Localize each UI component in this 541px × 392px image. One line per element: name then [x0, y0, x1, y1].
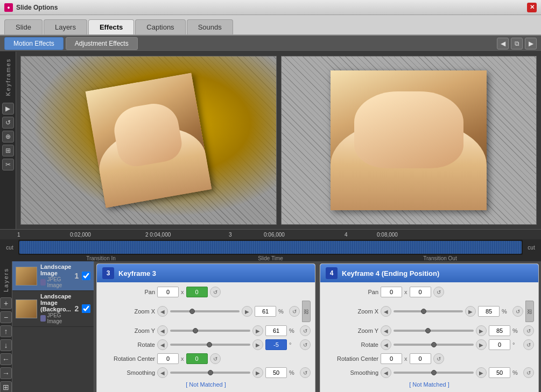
remove-layer-button[interactable]: −: [0, 311, 12, 323]
keyframe-panel-3: 3 Keyframe 3 Pan x ↺ Zoom X ◀ ▶ % ↺ ⛓: [96, 263, 315, 392]
kf3-rotcenter-reset[interactable]: ↺: [210, 353, 221, 364]
kf3-pan-y[interactable]: [186, 287, 208, 297]
move-right-button[interactable]: →: [0, 367, 12, 379]
timeline-marker-1: 1: [17, 232, 20, 238]
kf3-smooth-value[interactable]: [265, 367, 287, 378]
keyframes-label: Keyframes: [5, 54, 11, 101]
kf4-rotcenter-reset[interactable]: ↺: [433, 353, 444, 364]
kf3-zoomy-reset[interactable]: ↺: [300, 325, 311, 336]
cut-right: cut: [524, 245, 539, 251]
copy-nav-button[interactable]: ⧉: [511, 38, 523, 49]
add-layer-button[interactable]: +: [0, 297, 12, 309]
layer-item-2[interactable]: Landscape Image (Backgro... JPEG Image 2: [12, 291, 94, 327]
fit-button[interactable]: ⊞: [2, 145, 14, 156]
kf4-smooth-value[interactable]: [489, 367, 510, 378]
kf3-pan-x[interactable]: [157, 287, 179, 297]
kf4-rotcenter-y[interactable]: [410, 353, 431, 364]
tab-motion-effects[interactable]: Motion Effects: [4, 37, 64, 50]
kf3-zoomy-slider[interactable]: [170, 330, 250, 332]
kf3-rotate-value[interactable]: [265, 339, 287, 350]
move-left-button[interactable]: ←: [0, 353, 12, 365]
kf3-zoomx-right[interactable]: ▶: [242, 306, 252, 317]
kf4-smooth-left[interactable]: ◀: [381, 367, 391, 378]
play-button[interactable]: ▶: [2, 103, 14, 115]
kf3-rotate-right[interactable]: ▶: [252, 339, 263, 350]
kf3-zoom-link[interactable]: ⛓: [302, 301, 311, 322]
layer-thumb-1: [16, 267, 37, 286]
kf4-zoomy-left[interactable]: ◀: [381, 325, 391, 336]
kf4-zoomy-slider[interactable]: [394, 330, 474, 332]
kf3-zoomy-right[interactable]: ▶: [252, 325, 263, 336]
cut-button[interactable]: ✂: [2, 159, 14, 170]
kf4-zoomx-left[interactable]: ◀: [381, 306, 391, 317]
loop-button[interactable]: ↺: [2, 117, 14, 129]
tab-sounds[interactable]: Sounds: [187, 19, 233, 34]
tab-adjustment-effects[interactable]: Adjustment Effects: [66, 37, 138, 50]
kf3-zoomx-value[interactable]: [255, 306, 276, 317]
layer-item-1[interactable]: Landscape Image JPEG Image 1: [12, 261, 94, 291]
kf4-pan-y[interactable]: [410, 287, 431, 297]
zoom-button[interactable]: ⊕: [2, 131, 14, 142]
kf4-title: Keyframe 4 (Ending Position): [342, 269, 439, 277]
kf3-rotate-slider[interactable]: [170, 344, 250, 346]
slide-time-label: Slide Time: [186, 255, 355, 261]
move-down-button[interactable]: ↓: [0, 339, 12, 351]
layer-name-2: Landscape Image (Backgro...: [40, 293, 71, 312]
kf4-zoomx-right[interactable]: ▶: [465, 306, 476, 317]
kf4-smooth-right[interactable]: ▶: [476, 367, 487, 378]
kf3-rotate-left[interactable]: ◀: [157, 339, 168, 350]
layers-list: Landscape Image JPEG Image 1 Landscape I…: [12, 261, 94, 392]
kf4-rotate-slider[interactable]: [394, 344, 474, 346]
close-button[interactable]: ✕: [527, 3, 537, 12]
kf4-zoomy-right[interactable]: ▶: [476, 325, 487, 336]
move-up-button[interactable]: ↑: [0, 325, 12, 337]
kf4-rotate-left[interactable]: ◀: [381, 339, 391, 350]
tab-captions[interactable]: Captions: [135, 19, 185, 34]
kf4-zoomx-reset[interactable]: ↺: [512, 306, 523, 317]
timeline-marker-4: 3: [229, 232, 232, 238]
kf4-smooth-slider[interactable]: [394, 372, 474, 374]
kf3-pan-row: Pan x ↺: [101, 287, 311, 297]
kf3-smooth-reset[interactable]: ↺: [300, 367, 311, 378]
kf4-pan-x[interactable]: [381, 287, 402, 297]
kf4-zoomy-value[interactable]: [489, 325, 510, 336]
prev-nav-button[interactable]: ◀: [497, 38, 509, 49]
preview-area: [16, 52, 541, 229]
kf3-rotcenter-x[interactable]: [157, 353, 179, 364]
kf3-zoomx-slider[interactable]: [170, 310, 240, 312]
kf3-not-matched[interactable]: [ Not Matched ]: [101, 381, 311, 388]
kf3-pan-reset[interactable]: ↺: [210, 287, 221, 297]
app-icon: ●: [4, 3, 13, 12]
kf4-not-matched[interactable]: [ Not Matched ]: [325, 381, 534, 388]
timeline: 1 0:02,000 2 0:04,000 3 0:06,000 4 0:08,…: [0, 229, 541, 261]
kf4-rotate-right[interactable]: ▶: [476, 339, 487, 350]
layers-options-button[interactable]: ⊞: [0, 381, 12, 392]
kf3-smooth-right[interactable]: ▶: [252, 367, 263, 378]
kf4-zoom-link[interactable]: ⛓: [525, 301, 534, 322]
kf4-zoomy-reset[interactable]: ↺: [523, 325, 534, 336]
next-nav-button[interactable]: ▶: [525, 38, 537, 49]
kf3-smooth-slider[interactable]: [170, 372, 250, 374]
kf3-zoomy-value[interactable]: [265, 325, 287, 336]
kf4-smooth-reset[interactable]: ↺: [523, 367, 534, 378]
tab-layers[interactable]: Layers: [44, 19, 87, 34]
kf3-rotcenter-y[interactable]: [186, 353, 208, 364]
kf3-rotate-reset[interactable]: ↺: [300, 339, 311, 350]
layer-check-1[interactable]: [82, 272, 90, 280]
kf4-rotate-reset[interactable]: ↺: [523, 339, 534, 350]
kf4-rotate-value[interactable]: [489, 339, 510, 350]
kf4-zoomx-value[interactable]: [478, 306, 500, 317]
kf4-rotcenter-x[interactable]: [381, 353, 402, 364]
tab-effects[interactable]: Effects: [88, 19, 134, 34]
timeline-marker-7: 0:08,000: [377, 232, 398, 238]
sub-tabs: Motion Effects Adjustment Effects ◀ ⧉ ▶: [0, 35, 541, 52]
kf3-zoomx-left[interactable]: ◀: [157, 306, 168, 317]
kf3-zoomx-reset[interactable]: ↺: [289, 306, 300, 317]
layer-type-icon-1: [40, 279, 46, 286]
kf3-zoomy-left[interactable]: ◀: [157, 325, 168, 336]
kf4-zoomx-slider[interactable]: [394, 310, 463, 312]
layer-check-2[interactable]: [82, 304, 90, 313]
tab-slide[interactable]: Slide: [4, 19, 43, 34]
kf3-smooth-left[interactable]: ◀: [157, 367, 168, 378]
kf4-pan-reset[interactable]: ↺: [433, 287, 444, 297]
